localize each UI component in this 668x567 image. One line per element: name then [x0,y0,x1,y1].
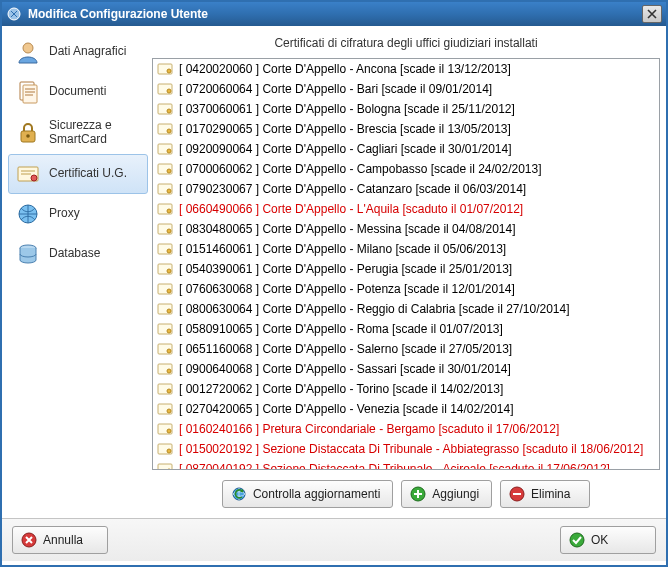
svg-point-43 [167,389,171,393]
list-item[interactable]: [ 0830480065 ] Corte D'Appello - Messina… [153,219,659,239]
certificate-row-text: [ 0580910065 ] Corte D'Appello - Roma [s… [179,322,503,336]
certificate-row-icon [157,142,173,156]
sidebar-item-certificati-u-g[interactable]: Certificati U.G. [8,154,148,194]
app-icon [6,6,22,22]
database-icon [15,241,41,267]
panel-button-row: Controlla aggiornamenti Aggiungi [152,470,660,512]
certificate-row-icon [157,382,173,396]
sidebar-item-database[interactable]: Database [8,234,148,274]
certificate-row-icon [157,402,173,416]
svg-point-37 [167,329,171,333]
certificate-row-icon [157,462,173,469]
list-item[interactable]: [ 0900640068 ] Corte D'Appello - Sassari… [153,359,659,379]
list-item[interactable]: [ 0660490066 ] Corte D'Appello - L'Aquil… [153,199,659,219]
ok-icon [569,532,585,548]
certificate-row-icon [157,82,173,96]
list-item[interactable]: [ 0151460061 ] Corte D'Appello - Milano … [153,239,659,259]
sidebar-item-label: Certificati U.G. [49,167,127,181]
list-item[interactable]: [ 0790230067 ] Corte D'Appello - Catanza… [153,179,659,199]
certificate-row-icon [157,282,173,296]
list-item[interactable]: [ 0370060061 ] Corte D'Appello - Bologna… [153,99,659,119]
certificate-row-icon [157,442,173,456]
certificate-row-text: [ 0170290065 ] Corte D'Appello - Brescia… [179,122,511,136]
certificate-row-icon [157,202,173,216]
certificate-row-text: [ 0870040192 ] Sezione Distaccata Di Tri… [179,462,610,469]
list-item[interactable]: [ 0150020192 ] Sezione Distaccata Di Tri… [153,439,659,459]
certificate-row-text: [ 0830480065 ] Corte D'Appello - Messina… [179,222,516,236]
cancel-icon [21,532,37,548]
list-item[interactable]: [ 0160240166 ] Pretura Circondariale - B… [153,419,659,439]
certificate-row-text: [ 0760630068 ] Corte D'Appello - Potenza… [179,282,515,296]
svg-point-11 [167,69,171,73]
certificate-row-icon [157,262,173,276]
certificate-row-icon [157,322,173,336]
globe-refresh-icon [231,486,247,502]
sidebar-item-dati-anagrafici[interactable]: Dati Anagrafici [8,32,148,72]
certificate-row-text: [ 0370060061 ] Corte D'Appello - Bologna… [179,102,515,116]
certificate-row-text: [ 0540390061 ] Corte D'Appello - Perugia… [179,262,512,276]
certificate-row-icon [157,182,173,196]
svg-point-1 [23,43,33,53]
list-item[interactable]: [ 0420020060 ] Corte D'Appello - Ancona … [153,59,659,79]
sidebar-item-label: Documenti [49,85,106,99]
sidebar-item-label: Proxy [49,207,80,221]
list-item[interactable]: [ 0651160068 ] Corte D'Appello - Salerno… [153,339,659,359]
cancel-button[interactable]: Annulla [12,526,108,554]
certificate-row-text: [ 0420020060 ] Corte D'Appello - Ancona … [179,62,511,76]
list-item[interactable]: [ 0720060064 ] Corte D'Appello - Bari [s… [153,79,659,99]
sidebar-nav: Dati AnagraficiDocumentiSicurezza e Smar… [8,32,148,512]
list-item[interactable]: [ 0920090064 ] Corte D'Appello - Cagliar… [153,139,659,159]
svg-rect-3 [23,85,37,103]
list-item[interactable]: [ 0760630068 ] Corte D'Appello - Potenza… [153,279,659,299]
list-item[interactable]: [ 0270420065 ] Corte D'Appello - Venezia… [153,399,659,419]
sidebar-item-sicurezza-e-smartcard[interactable]: Sicurezza e SmartCard [8,112,148,154]
check-updates-button[interactable]: Controlla aggiornamenti [222,480,393,508]
certificate-row-text: [ 0150020192 ] Sezione Distaccata Di Tri… [179,442,643,456]
svg-point-5 [26,134,30,138]
certificate-row-text: [ 0800630064 ] Corte D'Appello - Reggio … [179,302,570,316]
svg-point-45 [167,409,171,413]
certificate-row-text: [ 0700060062 ] Corte D'Appello - Campoba… [179,162,542,176]
svg-point-49 [167,449,171,453]
certificate-row-text: [ 0900640068 ] Corte D'Appello - Sassari… [179,362,511,376]
sidebar-item-documenti[interactable]: Documenti [8,72,148,112]
delete-label: Elimina [531,487,570,501]
certificate-row-icon [157,122,173,136]
window-close-button[interactable] [642,5,662,23]
ok-button[interactable]: OK [560,526,656,554]
list-item[interactable]: [ 0540390061 ] Corte D'Appello - Perugia… [153,259,659,279]
certificate-row-icon [157,162,173,176]
certificate-list-scroll[interactable]: [ 0420020060 ] Corte D'Appello - Ancona … [153,59,659,469]
documents-icon [15,79,41,105]
cancel-label: Annulla [43,533,83,547]
list-item[interactable]: [ 0580910065 ] Corte D'Appello - Roma [s… [153,319,659,339]
list-item[interactable]: [ 0170290065 ] Corte D'Appello - Brescia… [153,119,659,139]
svg-point-35 [167,309,171,313]
content-area: Dati AnagraficiDocumentiSicurezza e Smar… [2,26,666,518]
user-icon [15,39,41,65]
certificate-list: [ 0420020060 ] Corte D'Appello - Ancona … [152,58,660,470]
sidebar-item-label: Database [49,247,100,261]
security-icon [15,120,41,146]
sidebar-item-proxy[interactable]: Proxy [8,194,148,234]
right-panel: Certificati di cifratura degli uffici gi… [152,32,660,512]
sidebar-item-label: Sicurezza e SmartCard [49,119,141,147]
certificate-row-icon [157,62,173,76]
certificate-row-text: [ 0720060064 ] Corte D'Appello - Bari [s… [179,82,492,96]
svg-point-23 [167,189,171,193]
delete-button[interactable]: Elimina [500,480,590,508]
certificate-row-text: [ 0160240166 ] Pretura Circondariale - B… [179,422,559,436]
certificate-row-icon [157,422,173,436]
proxy-icon [15,201,41,227]
list-item[interactable]: [ 0012720062 ] Corte D'Appello - Torino … [153,379,659,399]
list-item[interactable]: [ 0700060062 ] Corte D'Appello - Campoba… [153,159,659,179]
add-button[interactable]: Aggiungi [401,480,492,508]
list-item[interactable]: [ 0800630064 ] Corte D'Appello - Reggio … [153,299,659,319]
plus-icon [410,486,426,502]
svg-point-21 [167,169,171,173]
window-title: Modifica Configurazione Utente [28,7,208,21]
panel-header: Certificati di cifratura degli uffici gi… [152,32,660,58]
sidebar-item-label: Dati Anagrafici [49,45,126,59]
list-item[interactable]: [ 0870040192 ] Sezione Distaccata Di Tri… [153,459,659,469]
svg-point-56 [570,533,584,547]
